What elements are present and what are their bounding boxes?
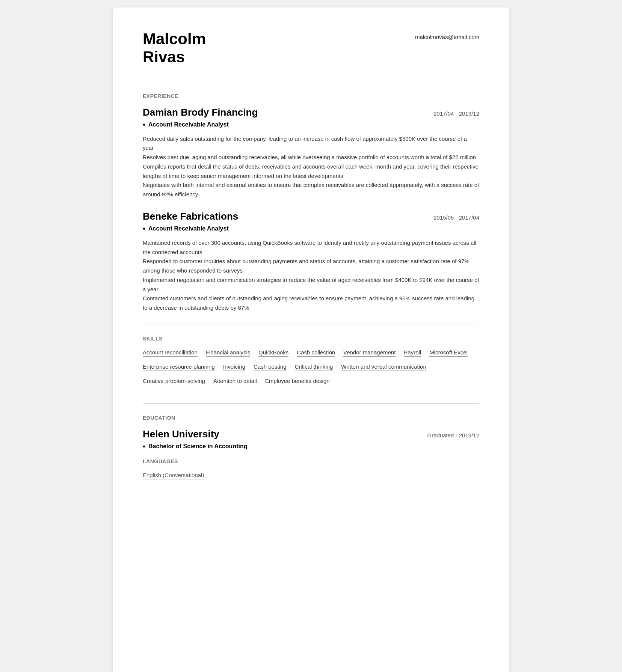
skill-item-4: Vendor management <box>343 349 396 357</box>
skills-section: Skills Account reconciliationFinancial a… <box>143 336 479 392</box>
skill-item-0: Account reconciliation <box>143 349 198 357</box>
job-header-0: Damian Brody Financing 2017/04 - 2019/12 <box>143 107 479 118</box>
last-name: Rivas <box>143 48 185 66</box>
name-block: Malcolm Rivas <box>143 30 206 66</box>
company-name-1: Beneke Fabrications <box>143 211 238 222</box>
job-description-1: Maintained records of over 300 accounts,… <box>143 238 479 313</box>
language-text-0: English (Conversational) <box>143 472 204 479</box>
skill-item-9: Cash posting <box>254 363 287 371</box>
date-range-0: 2017/04 - 2019/12 <box>433 110 479 117</box>
job-title-line-0: • Account Receivable Analyst <box>143 121 479 129</box>
first-name: Malcolm <box>143 30 206 48</box>
divider-education <box>143 403 479 404</box>
resume-header: Malcolm Rivas malcolmrivas@email.com <box>143 30 479 78</box>
company-name-0: Damian Brody Financing <box>143 107 258 118</box>
job-block-1: Beneke Fabrications 2015/05 - 2017/04 • … <box>143 211 479 313</box>
divider-skills <box>143 324 479 324</box>
bullet-text-0-3: Negotiates with both internal and extern… <box>143 181 479 199</box>
job-header-1: Beneke Fabrications 2015/05 - 2017/04 <box>143 211 479 222</box>
bullet-text-1-1: Responded to customer inquiries about ou… <box>143 257 479 276</box>
skills-grid: Account reconciliationFinancial analysis… <box>143 349 479 392</box>
education-label: Education <box>143 415 479 421</box>
degree-0: Bachelor of Science in Accounting <box>148 443 247 450</box>
skill-item-6: Microsoft Excel <box>429 349 468 357</box>
skill-item-3: Cash collection <box>297 349 335 357</box>
job-title-0: Account Receivable Analyst <box>148 121 229 128</box>
bullet-text-0-2: Compiles reports that detail the status … <box>143 162 479 181</box>
language-item-0: English (Conversational) <box>143 472 479 479</box>
job-block-0: Damian Brody Financing 2017/04 - 2019/12… <box>143 107 479 199</box>
edu-date-0: Graduated - 2019/12 <box>427 432 479 438</box>
experience-section: Experience Damian Brody Financing 2017/0… <box>143 93 479 313</box>
skills-label: Skills <box>143 336 479 342</box>
bullet-text-1-3: Contacted customers and clients of outst… <box>143 294 479 313</box>
skill-item-12: Creative problem-solving <box>143 378 205 385</box>
experience-label: Experience <box>143 93 479 99</box>
languages-section: Languages English (Conversational) <box>143 458 479 479</box>
bullet-text-0-1: Resolves past due, aging and outstanding… <box>143 153 479 162</box>
edu-block-0: Helen University Graduated - 2019/12 • B… <box>143 428 479 451</box>
languages-label: Languages <box>143 458 479 464</box>
bullet-text-0-0: Reduced daily sales outstanding for the … <box>143 134 479 153</box>
skill-item-7: Enterprise resource planning <box>143 363 215 371</box>
job-description-0: Reduced daily sales outstanding for the … <box>143 134 479 199</box>
degree-title-line-0: • Bachelor of Science in Accounting <box>143 442 479 451</box>
job-title-1: Account Receivable Analyst <box>148 225 229 232</box>
skill-item-2: QuickBooks <box>258 349 288 357</box>
bullet-text-1-2: Implemented negotiation and communicatio… <box>143 276 479 294</box>
bullet-icon-0: • <box>143 121 145 129</box>
skill-item-5: Payroll <box>404 349 421 357</box>
contact-block: malcolmrivas@email.com <box>415 30 479 40</box>
job-title-line-1: • Account Receivable Analyst <box>143 225 479 233</box>
institution-name-0: Helen University <box>143 428 219 440</box>
education-section: Education Helen University Graduated - 2… <box>143 415 479 451</box>
edu-header-0: Helen University Graduated - 2019/12 <box>143 428 479 440</box>
bullet-text-1-0: Maintained records of over 300 accounts,… <box>143 238 479 257</box>
skill-item-1: Financial analysis <box>206 349 250 357</box>
skill-item-13: Attention to detail <box>213 378 257 385</box>
date-range-1: 2015/05 - 2017/04 <box>433 214 479 221</box>
skill-item-14: Employee benefits design <box>265 378 330 385</box>
resume-container: Malcolm Rivas malcolmrivas@email.com Exp… <box>113 8 509 672</box>
skill-item-11: Written and verbal communication <box>341 363 426 371</box>
full-name: Malcolm Rivas <box>143 30 206 66</box>
skill-item-8: Invoicing <box>223 363 245 371</box>
edu-bullet-icon-0: • <box>143 442 145 451</box>
skill-item-10: Critical thinking <box>295 363 333 371</box>
email-address: malcolmrivas@email.com <box>415 34 479 40</box>
bullet-icon-1: • <box>143 225 145 233</box>
